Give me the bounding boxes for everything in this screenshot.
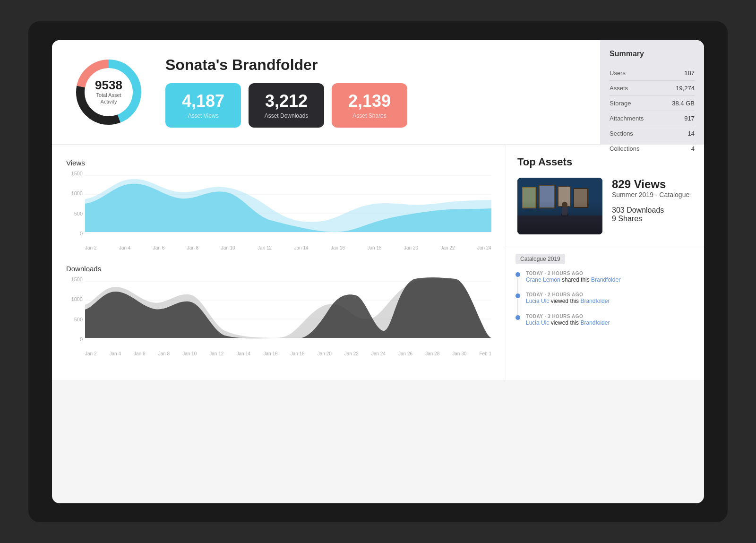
activity-line	[517, 299, 518, 316]
x-axis-label: Jan 22	[440, 245, 455, 250]
summary-key: Storage	[610, 100, 631, 107]
x-axis-label: Jan 6	[153, 245, 164, 250]
x-axis-label: Jan 26	[398, 351, 412, 356]
summary-rows: Users187Assets19,274Storage38.4 GBAttach…	[610, 66, 695, 156]
activity-dot	[515, 293, 520, 298]
stat-views-number: 4,187	[179, 92, 228, 111]
views-chart-section: Views 1500 1000 500 0	[66, 159, 491, 250]
summary-value: 19,274	[676, 85, 695, 92]
activity-time: TODAY · 2 HOURS AGO	[526, 271, 620, 276]
x-axis-label: Jan 12	[209, 351, 223, 356]
activity-item: TODAY · 2 HOURS AGOCrane Lemon shared th…	[515, 271, 695, 284]
views-y-axis: 1500 1000 500 0	[66, 171, 83, 237]
activity-time: TODAY · 3 HOURS AGO	[526, 314, 610, 319]
header-section: 9538 Total Asset Activity Sonata's Brand…	[52, 40, 704, 145]
summary-title: Summary	[610, 50, 695, 58]
activity-tag: Catalogue 2019	[515, 254, 565, 264]
downloads-chart-area	[85, 276, 491, 349]
activity-item: TODAY · 2 HOURS AGOLucia Ulc viewed this…	[515, 292, 695, 305]
activity-user[interactable]: Lucia Ulc	[526, 319, 549, 326]
views-chart-wrapper: 1500 1000 500 0	[66, 171, 491, 250]
dashboard: 9538 Total Asset Activity Sonata's Brand…	[52, 40, 704, 503]
activity-content: TODAY · 3 HOURS AGOLucia Ulc viewed this…	[526, 314, 610, 327]
x-axis-label: Jan 8	[187, 245, 198, 250]
asset-image-inner	[517, 178, 602, 234]
asset-downloads: 303 Downloads	[612, 206, 693, 215]
activity-text: Crane Lemon shared this Brandfolder	[526, 276, 620, 284]
donut-chart: 9538 Total Asset Activity	[71, 54, 146, 130]
summary-key: Attachments	[610, 115, 644, 122]
summary-row: Users187	[610, 66, 695, 81]
activity-section: Catalogue 2019 TODAY · 2 HOURS AGOCrane …	[506, 246, 704, 343]
summary-key: Users	[610, 69, 626, 77]
activity-time: TODAY · 2 HOURS AGO	[526, 292, 610, 297]
asset-name: Summer 2019 - Catalogue	[612, 191, 693, 198]
activity-user[interactable]: Crane Lemon	[526, 276, 560, 283]
x-axis-label: Jan 10	[221, 245, 235, 250]
activity-item: TODAY · 3 HOURS AGOLucia Ulc viewed this…	[515, 314, 695, 327]
summary-key: Sections	[610, 130, 633, 137]
activity-link[interactable]: Brandfolder	[580, 298, 610, 304]
activity-user[interactable]: Lucia Ulc	[526, 298, 549, 304]
x-axis-label: Jan 16	[264, 351, 278, 356]
x-axis-label: Jan 12	[258, 245, 272, 250]
left-panel: Views 1500 1000 500 0	[52, 145, 506, 380]
x-axis-label: Jan 4	[110, 351, 121, 356]
x-axis-label: Jan 2	[85, 245, 96, 250]
summary-key: Assets	[610, 85, 628, 92]
svg-rect-23	[562, 206, 567, 215]
right-panel: Top Assets	[506, 145, 704, 380]
svg-rect-18	[558, 187, 570, 206]
svg-point-22	[561, 213, 568, 216]
stat-shares-number: 2,139	[345, 92, 394, 111]
views-x-axis: Jan 2Jan 4Jan 6Jan 8Jan 10Jan 12Jan 14Ja…	[85, 245, 491, 250]
main-content: Views 1500 1000 500 0	[52, 145, 704, 380]
summary-panel: Summary Users187Assets19,274Storage38.4 …	[600, 40, 704, 144]
activity-text: Lucia Ulc viewed this Brandfolder	[526, 319, 610, 327]
x-axis-label: Jan 16	[331, 245, 345, 250]
donut-center: 9538 Total Asset Activity	[90, 78, 128, 105]
asset-shares: 9 Shares	[612, 215, 693, 223]
downloads-chart-wrapper: 1500 1000 500 0	[66, 276, 491, 356]
stat-shares-label: Asset Shares	[345, 112, 394, 119]
stat-downloads-label: Asset Downloads	[262, 112, 311, 119]
asset-stats: 829 Views Summer 2019 - Catalogue 303 Do…	[612, 178, 693, 223]
x-axis-label: Jan 28	[425, 351, 439, 356]
device-frame: 9538 Total Asset Activity Sonata's Brand…	[28, 21, 728, 522]
summary-value: 187	[684, 69, 695, 77]
stat-card-views: 4,187 Asset Views	[165, 83, 241, 128]
top-assets-title: Top Assets	[517, 156, 693, 168]
summary-value: 4	[691, 145, 695, 152]
stat-card-downloads: 3,212 Asset Downloads	[249, 83, 324, 128]
activity-content: TODAY · 2 HOURS AGOLucia Ulc viewed this…	[526, 292, 610, 305]
donut-number: 9538	[90, 78, 128, 92]
svg-point-24	[562, 202, 567, 207]
x-axis-label: Jan 20	[318, 351, 332, 356]
x-axis-label: Jan 4	[119, 245, 130, 250]
summary-row: Collections4	[610, 141, 695, 156]
activity-dot	[515, 315, 520, 320]
summary-value: 38.4 GB	[672, 100, 695, 107]
x-axis-label: Jan 6	[134, 351, 145, 356]
activity-content: TODAY · 2 HOURS AGOCrane Lemon shared th…	[526, 271, 620, 284]
x-axis-label: Jan 14	[236, 351, 250, 356]
downloads-chart-section: Downloads 1500 1000 500 0	[66, 265, 491, 356]
x-axis-label: Jan 22	[344, 351, 359, 356]
views-chart-area	[85, 171, 491, 243]
summary-row: Assets19,274	[610, 81, 695, 96]
x-axis-label: Jan 18	[291, 351, 305, 356]
summary-value: 917	[684, 115, 695, 122]
stat-views-label: Asset Views	[179, 112, 228, 119]
asset-image	[517, 178, 602, 234]
asset-views: 829 Views	[612, 178, 693, 191]
stat-card-shares: 2,139 Asset Shares	[332, 83, 407, 128]
activity-text: Lucia Ulc viewed this Brandfolder	[526, 297, 610, 305]
x-axis-label: Jan 24	[477, 245, 491, 250]
x-axis-label: Jan 10	[182, 351, 197, 356]
summary-row: Storage38.4 GB	[610, 96, 695, 111]
activity-link[interactable]: Brandfolder	[580, 319, 610, 326]
donut-label: Total Asset Activity	[90, 92, 128, 106]
summary-key: Collections	[610, 145, 640, 152]
activity-link[interactable]: Brandfolder	[591, 276, 620, 283]
activity-feed: TODAY · 2 HOURS AGOCrane Lemon shared th…	[515, 271, 695, 327]
